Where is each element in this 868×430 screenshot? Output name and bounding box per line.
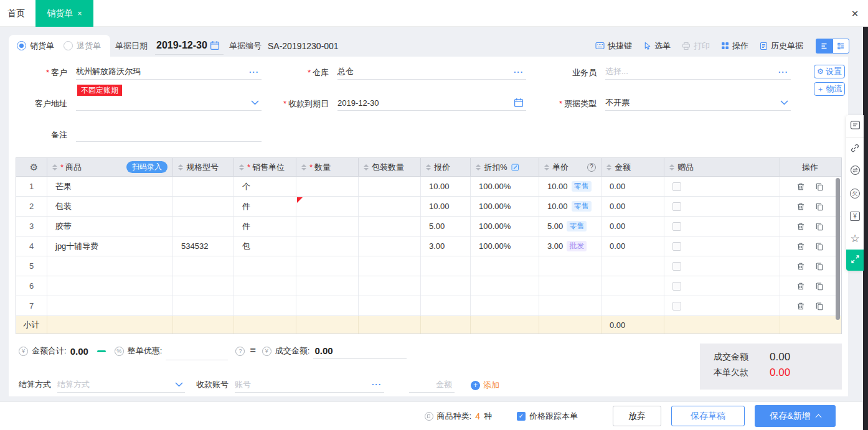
discount-cell[interactable]: 100.00% — [471, 197, 539, 216]
doc-date-field[interactable]: 2019-12-30 — [155, 37, 224, 55]
qty-cell[interactable] — [296, 217, 359, 236]
sort-icon[interactable] — [52, 164, 57, 171]
gift-checkbox[interactable] — [672, 182, 681, 191]
price-cell[interactable] — [539, 296, 601, 315]
discount-cell[interactable] — [471, 276, 539, 296]
gift-checkbox[interactable] — [672, 242, 681, 251]
copy-row-icon[interactable] — [815, 302, 824, 311]
warehouse-input[interactable]: 总仓 — [337, 64, 526, 80]
warehouse-more-icon[interactable] — [514, 67, 526, 77]
delete-row-icon[interactable] — [796, 282, 805, 291]
add-payment-button[interactable]: + 添加 — [471, 380, 499, 391]
account-more-icon[interactable] — [372, 380, 384, 389]
rail-item-cash[interactable]: ¥ — [846, 205, 864, 227]
calendar-icon[interactable] — [210, 40, 222, 50]
radio-sales-order[interactable] — [17, 41, 26, 50]
quote-cell[interactable]: 10.00 — [421, 197, 471, 216]
calendar-icon[interactable] — [514, 98, 526, 108]
product-cell[interactable] — [47, 256, 173, 276]
copy-row-icon[interactable] — [815, 222, 824, 231]
discount-cell[interactable]: 100.00% — [471, 236, 539, 256]
toolbar-action-cursor[interactable]: 选单 — [643, 40, 671, 52]
unit-cell[interactable]: 件 — [234, 197, 296, 216]
settings-button[interactable]: ⚙设置 — [814, 65, 845, 78]
chevron-down-icon[interactable] — [780, 100, 791, 105]
spec-cell[interactable] — [173, 217, 234, 236]
tab-sales-order[interactable]: 销货单 × — [35, 0, 93, 27]
price-track-checkbox[interactable]: ✓ — [517, 412, 526, 421]
quote-cell[interactable]: 10.00 — [421, 177, 471, 196]
product-cell[interactable]: 芒果 — [47, 177, 173, 196]
toolbar-action-grid[interactable]: 操作 — [721, 40, 748, 52]
quote-cell[interactable] — [421, 276, 471, 296]
rail-item-note[interactable] — [846, 115, 864, 138]
gift-checkbox[interactable] — [672, 222, 681, 231]
edit-discount-icon[interactable] — [511, 163, 519, 171]
copy-row-icon[interactable] — [815, 182, 824, 191]
unit-cell[interactable] — [234, 276, 296, 296]
settle-method-select[interactable]: 结算方式 — [57, 376, 185, 393]
final-amount-input[interactable]: 0.00 — [313, 343, 407, 359]
account-input[interactable]: 账号 — [235, 376, 384, 393]
price-cell[interactable]: 10.00零售 — [539, 177, 601, 196]
pay-amount-input[interactable]: 金额 — [409, 376, 455, 393]
quote-cell[interactable] — [421, 296, 471, 315]
product-cell[interactable]: 包装 — [47, 197, 173, 216]
qty-cell[interactable] — [296, 177, 359, 196]
radio-return-order[interactable] — [64, 41, 73, 50]
product-cell[interactable] — [47, 276, 173, 296]
qty-cell[interactable] — [296, 276, 359, 296]
discount-cell[interactable] — [471, 256, 539, 276]
gift-checkbox[interactable] — [672, 202, 681, 211]
rail-item-link[interactable] — [846, 138, 864, 160]
rail-item-expand[interactable] — [846, 250, 864, 271]
window-close-icon[interactable]: × — [847, 6, 862, 21]
table-scrollbar[interactable] — [836, 178, 840, 320]
price-cell[interactable] — [539, 276, 601, 296]
form-view-button[interactable] — [833, 39, 849, 54]
price-cell[interactable] — [539, 256, 601, 276]
logistics-button[interactable]: ＋物流 — [814, 82, 845, 96]
chevron-down-icon[interactable] — [251, 100, 262, 105]
spec-cell[interactable] — [173, 197, 234, 216]
unit-cell[interactable]: 个 — [234, 177, 296, 196]
save-and-new-button[interactable]: 保存&新增 — [755, 405, 836, 427]
pack-qty-cell[interactable] — [359, 197, 421, 216]
gift-checkbox[interactable] — [672, 302, 681, 311]
delete-row-icon[interactable] — [796, 202, 805, 211]
spec-cell[interactable] — [173, 296, 234, 315]
price-cell[interactable]: 5.00零售 — [539, 217, 601, 236]
price-help-icon[interactable]: ? — [587, 163, 596, 172]
tab-home[interactable]: 首页 — [0, 0, 32, 27]
delete-row-icon[interactable] — [796, 262, 805, 271]
qty-cell[interactable] — [296, 296, 359, 315]
invoice-type-input[interactable]: 不开票 — [605, 95, 791, 111]
delete-row-icon[interactable] — [796, 222, 805, 231]
sort-icon[interactable] — [364, 164, 369, 171]
copy-row-icon[interactable] — [815, 262, 824, 271]
help-circle-icon[interactable]: ? — [235, 347, 245, 356]
customer-more-icon[interactable] — [249, 67, 262, 77]
discount-cell[interactable] — [471, 296, 539, 315]
qty-cell[interactable] — [296, 197, 359, 216]
discount-cell[interactable]: 100.00% — [471, 177, 539, 196]
spec-cell[interactable] — [173, 276, 234, 296]
discount-cell[interactable]: 100.00% — [471, 217, 539, 236]
pack-qty-cell[interactable] — [359, 276, 421, 296]
pack-qty-cell[interactable] — [359, 177, 421, 196]
order-discount-input[interactable] — [166, 345, 228, 360]
address-input[interactable] — [76, 95, 262, 111]
sort-icon[interactable] — [426, 164, 431, 171]
copy-row-icon[interactable] — [815, 242, 824, 251]
copy-row-icon[interactable] — [815, 282, 824, 291]
delete-row-icon[interactable] — [796, 242, 805, 251]
due-date-input[interactable]: 2019-12-30 — [337, 95, 526, 111]
save-draft-button[interactable]: 保存草稿 — [671, 406, 745, 426]
pack-qty-cell[interactable] — [359, 236, 421, 256]
spec-cell[interactable] — [173, 177, 234, 196]
list-view-button[interactable] — [816, 39, 833, 54]
quote-cell[interactable]: 5.00 — [421, 217, 471, 236]
sort-icon[interactable] — [239, 164, 244, 171]
pack-qty-cell[interactable] — [359, 217, 421, 236]
toolbar-action-history[interactable]: 历史单据 — [760, 40, 803, 52]
